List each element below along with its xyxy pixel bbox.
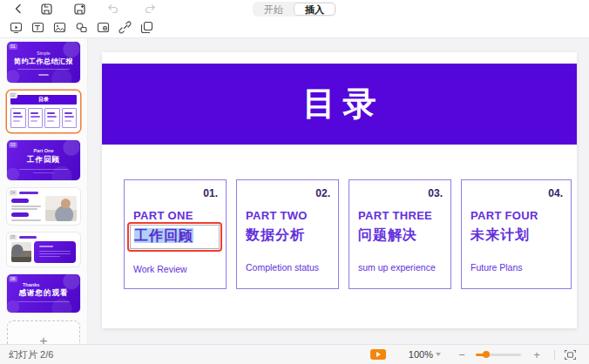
zoom-slider-handle[interactable] [483, 351, 490, 358]
thumb5-card-text-bar [39, 256, 60, 257]
toc-part-box-3[interactable]: 03. PART THREE 问题解决 sum up experience [349, 179, 451, 289]
thumbnail-slide-6[interactable]: 06 Thanks 感谢您的观看 [7, 274, 80, 313]
insert-toolbar-row [0, 17, 589, 37]
divider [554, 350, 555, 360]
play-icon [376, 352, 381, 357]
thumb3-subtitle-bar [19, 169, 68, 170]
thumb2-toc-header: 目录 [10, 95, 77, 104]
thumb5-photo [11, 242, 31, 262]
shapes-icon[interactable] [71, 19, 92, 37]
slide-title-banner[interactable]: 目录 [102, 64, 577, 145]
tab-home[interactable]: 开始 [254, 3, 294, 16]
zoom-in-button[interactable]: + [531, 348, 542, 361]
tab-insert[interactable]: 插入 [294, 3, 335, 16]
thumb6-title: 感谢您的观看 [7, 288, 80, 299]
part-subtitle: Work Review [133, 264, 187, 274]
thumb5-card-text-bar [39, 253, 71, 254]
thumb5-card-title-bar [39, 246, 53, 247]
part-label: PART FOUR [471, 209, 538, 222]
toolbar-row-main: 开始 插入 [0, 0, 589, 17]
part-number: 01. [203, 187, 218, 199]
thumb4-heading-bar [19, 192, 38, 194]
slide-number-badge: 03 [9, 142, 17, 148]
part-label: PART THREE [358, 209, 432, 222]
thumb1-dots-bar [38, 74, 49, 76]
zoom-slider[interactable] [476, 354, 521, 356]
thumb1-subtitle-bar [17, 69, 70, 70]
thumb5-heading-bar [19, 236, 37, 239]
zoom-level-value: 100% [409, 349, 433, 360]
image-icon[interactable] [49, 19, 71, 37]
thumb4-pill [11, 212, 29, 217]
thumb1-brand: Simple [7, 51, 80, 56]
thumbnail-slide-2-selected[interactable]: 02 目录 [7, 91, 80, 132]
link-icon[interactable] [114, 19, 136, 37]
mini-toc-box [62, 108, 78, 128]
thumb3-title: 工作回顾 [7, 155, 80, 165]
part-title: 未来计划 [471, 226, 530, 245]
slide-thumbnail-panel: 01 Simple 简约工作总结汇报 02 目录 03 Part One 工作回… [0, 38, 88, 344]
slide-number-badge: 05 [9, 234, 17, 240]
thumb1-title: 简约工作总结汇报 [7, 57, 80, 66]
thumb6-brand: Thanks [23, 282, 80, 287]
slide-number-badge: 02 [9, 92, 17, 98]
content-area: 01 Simple 简约工作总结汇报 02 目录 03 Part One 工作回… [0, 38, 589, 344]
slide-title: 目录 [296, 82, 383, 126]
chart-placeholder-icon[interactable] [92, 19, 114, 37]
chevron-down-icon [436, 353, 441, 356]
slideshow-icon[interactable] [5, 19, 27, 37]
slide-number-badge: 04 [9, 190, 17, 196]
toc-part-box-2[interactable]: 02. PART TWO 数据分析 Completion status [236, 179, 339, 289]
back-icon[interactable] [7, 1, 30, 17]
thumb4-text-bar [11, 208, 37, 210]
zoom-out-button[interactable]: − [457, 348, 467, 361]
play-slideshow-button[interactable] [370, 349, 386, 360]
current-slide[interactable]: 目录 01. PART ONE 工作回顾 Work Review 02. PAR… [102, 52, 577, 328]
part-title: 数据分析 [246, 226, 305, 245]
toc-part-box-4[interactable]: 04. PART FOUR 未来计划 Future Plans [461, 179, 572, 289]
text-edit-selection-frame[interactable]: 工作回顾 [127, 222, 222, 252]
thumb3-part: Part One [7, 148, 80, 153]
mini-toc-box [10, 108, 26, 128]
part-subtitle: Future Plans [471, 262, 523, 273]
thumb2-toc-boxes [10, 108, 77, 128]
thumbnail-slide-3[interactable]: 03 Part One 工作回顾 [7, 140, 80, 180]
thumbnail-slide-1[interactable]: 01 Simple 简约工作总结汇报 [7, 42, 80, 83]
mini-toc-box [28, 108, 44, 128]
ribbon-tabs: 开始 插入 [253, 2, 336, 17]
thumb3-subtitle-bar2 [33, 172, 54, 173]
save-icon[interactable] [35, 1, 58, 17]
slide-number-badge: 06 [9, 276, 17, 282]
status-bar-right-controls: 100% − + [370, 348, 577, 361]
part-number: 04. [548, 187, 563, 199]
text-box-icon[interactable] [27, 19, 49, 37]
part-subtitle: Completion status [246, 262, 319, 273]
part-label: PART ONE [133, 209, 193, 222]
part-subtitle: sum up experience [358, 262, 436, 273]
status-bar: 幻灯片 2/6 100% − + [0, 344, 589, 364]
thumb4-text-bar [11, 206, 41, 207]
thumb4-photo [45, 196, 77, 221]
part-title-selected-text: 工作回顾 [134, 228, 193, 243]
editor-canvas[interactable]: 目录 01. PART ONE 工作回顾 Work Review 02. PAR… [88, 38, 589, 344]
part-number: 02. [315, 187, 330, 199]
part-title: 问题解决 [358, 226, 417, 245]
thumbnail-slide-5[interactable]: 05 [7, 233, 80, 266]
thumb6-subtitle-bar [17, 301, 70, 302]
save-as-icon[interactable] [68, 1, 91, 17]
text-edit-box[interactable]: 工作回顾 [130, 225, 220, 249]
toc-part-box-1[interactable]: 01. PART ONE 工作回顾 Work Review [124, 179, 227, 289]
top-toolbar: 开始 插入 [0, 0, 589, 38]
part-label: PART TWO [246, 209, 308, 222]
copy-icon[interactable] [136, 19, 158, 37]
thumb4-text-bar [11, 219, 41, 221]
plus-icon: + [39, 334, 47, 344]
zoom-level-dropdown[interactable]: 100% [409, 349, 441, 360]
add-slide-button[interactable]: + [7, 320, 80, 344]
thumb5-card-text-bar [39, 251, 71, 252]
slide-counter: 幻灯片 2/6 [9, 348, 53, 361]
thumbnail-slide-4[interactable]: 04 [7, 188, 80, 225]
fit-to-screen-icon[interactable] [564, 349, 577, 361]
mini-toc-box [44, 108, 60, 128]
undo-icon [101, 1, 124, 17]
